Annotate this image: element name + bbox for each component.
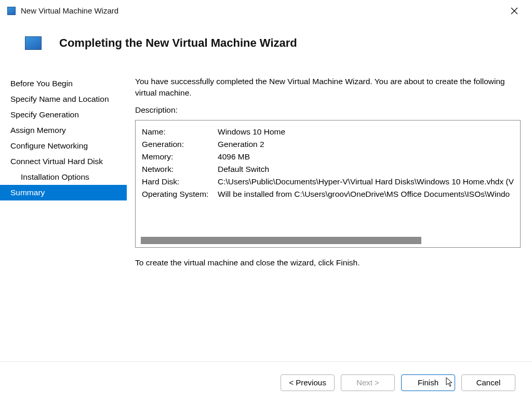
summary-value: Default Switch [218,163,514,176]
wizard-content: Before You Begin Specify Name and Locati… [0,76,532,358]
summary-row-network: Network: Default Switch [142,163,514,176]
step-specify-name-location[interactable]: Specify Name and Location [0,91,127,107]
description-box: Name: Windows 10 Home Generation: Genera… [135,120,521,248]
cancel-button[interactable]: Cancel [461,374,515,391]
horizontal-scrollbar[interactable] [141,237,515,244]
close-button[interactable] [504,3,525,19]
summary-value: C:\Users\Public\Documents\Hyper-V\Virtua… [218,176,514,188]
wizard-steps-sidebar: Before You Begin Specify Name and Locati… [0,76,127,358]
window-title: New Virtual Machine Wizard [21,6,504,15]
step-summary[interactable]: Summary [0,185,127,200]
next-button: Next > [341,374,395,391]
summary-key: Operating System: [142,188,218,200]
wizard-icon [25,36,42,50]
summary-key: Name: [142,126,218,138]
summary-row-generation: Generation: Generation 2 [142,138,514,151]
step-connect-vhd[interactable]: Connect Virtual Hard Disk [0,154,127,169]
description-label: Description: [135,105,521,115]
summary-value: Generation 2 [218,138,514,151]
titlebar: New Virtual Machine Wizard [0,0,532,22]
wizard-main-panel: You have successfully completed the New … [127,76,532,358]
finish-button[interactable]: Finish [401,374,455,391]
step-installation-options[interactable]: Installation Options [0,169,127,185]
step-specify-generation[interactable]: Specify Generation [0,107,127,123]
summary-row-os: Operating System: Will be installed from… [142,188,514,200]
step-configure-networking[interactable]: Configure Networking [0,138,127,154]
summary-value: Will be installed from C:\Users\groov\On… [218,188,514,200]
step-assign-memory[interactable]: Assign Memory [0,123,127,138]
summary-key: Network: [142,163,218,176]
intro-text: You have successfully completed the New … [135,76,521,98]
summary-row-memory: Memory: 4096 MB [142,151,514,163]
close-icon [511,7,518,15]
summary-table: Name: Windows 10 Home Generation: Genera… [136,120,520,204]
wizard-header: Completing the New Virtual Machine Wizar… [0,22,532,61]
step-before-you-begin[interactable]: Before You Begin [0,76,127,91]
summary-row-name: Name: Windows 10 Home [142,126,514,138]
summary-key: Generation: [142,138,218,151]
app-icon [7,7,16,15]
closing-text: To create the virtual machine and close … [135,258,521,267]
wizard-footer: < Previous Next > Finish Cancel [0,361,532,403]
summary-value: Windows 10 Home [218,126,514,138]
scrollbar-thumb[interactable] [141,237,421,244]
summary-key: Hard Disk: [142,176,218,188]
summary-value: 4096 MB [218,151,514,163]
summary-key: Memory: [142,151,218,163]
previous-button[interactable]: < Previous [281,374,335,391]
summary-row-harddisk: Hard Disk: C:\Users\Public\Documents\Hyp… [142,176,514,188]
page-title: Completing the New Virtual Machine Wizar… [59,36,297,50]
